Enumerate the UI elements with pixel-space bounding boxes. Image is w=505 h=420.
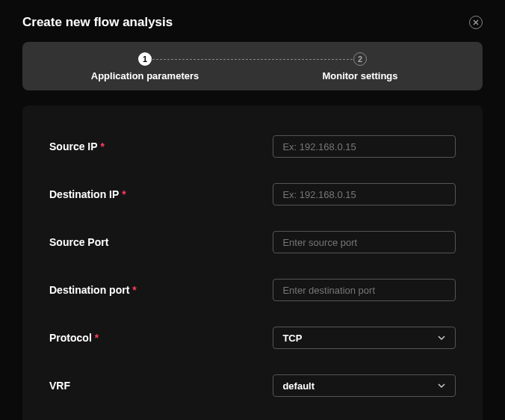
form-panel: Source IP* Destination IP* Source Port D… <box>22 105 483 420</box>
close-icon <box>473 19 479 27</box>
required-mark: * <box>95 332 99 344</box>
source-port-input[interactable] <box>273 231 456 253</box>
destination-ip-input[interactable] <box>273 183 456 206</box>
required-mark: * <box>122 188 126 200</box>
protocol-label: Protocol* <box>49 332 273 344</box>
step-application-parameters[interactable]: 1 Application parameters <box>37 52 252 81</box>
chevron-down-icon <box>437 335 446 341</box>
step-label: Monitor settings <box>322 70 397 81</box>
vrf-select[interactable]: default <box>273 374 456 397</box>
required-mark: * <box>132 284 136 296</box>
field-vrf: VRF default <box>49 374 456 397</box>
source-ip-label: Source IP* <box>49 140 273 152</box>
vrf-value: default <box>282 380 315 392</box>
dialog-header: Create new flow analysis <box>22 15 483 30</box>
step-number: 1 <box>138 52 152 66</box>
chevron-down-icon <box>437 383 446 389</box>
step-number: 2 <box>353 52 367 66</box>
required-mark: * <box>101 140 105 152</box>
wizard-stepper: 1 Application parameters 2 Monitor setti… <box>22 42 483 90</box>
step-label: Application parameters <box>91 70 199 81</box>
step-connector <box>145 59 360 60</box>
close-button[interactable] <box>469 16 483 29</box>
field-destination-ip: Destination IP* <box>49 183 456 206</box>
field-destination-port: Destination port* <box>49 279 456 301</box>
protocol-select[interactable]: TCP <box>273 327 456 349</box>
source-port-label: Source Port <box>49 236 273 248</box>
protocol-value: TCP <box>282 333 302 344</box>
field-source-ip: Source IP* <box>49 135 456 158</box>
source-ip-input[interactable] <box>273 135 456 158</box>
destination-port-label: Destination port* <box>49 284 273 296</box>
create-flow-dialog: Create new flow analysis 1 Application p… <box>0 0 505 420</box>
destination-port-input[interactable] <box>273 279 456 301</box>
field-source-port: Source Port <box>49 231 456 253</box>
dialog-title: Create new flow analysis <box>22 15 173 30</box>
vrf-label: VRF <box>49 380 273 392</box>
field-protocol: Protocol* TCP <box>49 327 456 349</box>
destination-ip-label: Destination IP* <box>49 188 273 200</box>
step-monitor-settings[interactable]: 2 Monitor settings <box>252 52 468 81</box>
